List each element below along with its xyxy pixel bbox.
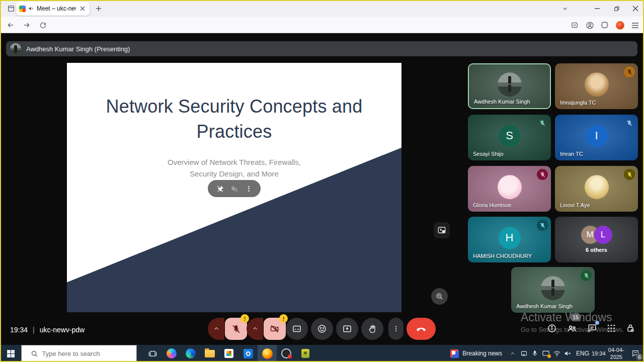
tab-list-dropdown-icon[interactable] xyxy=(557,3,573,15)
tray-clock[interactable]: 19:34 04-04-2025 xyxy=(592,345,627,362)
password-manager-icon[interactable] xyxy=(296,345,315,362)
reload-button[interactable] xyxy=(36,19,49,31)
task-view-button[interactable] xyxy=(143,345,162,362)
activities-button[interactable] xyxy=(605,322,618,335)
taskbar-search[interactable] xyxy=(21,345,137,362)
search-input[interactable] xyxy=(42,350,128,357)
shared-presentation: Network Security Concepts and Practices … xyxy=(67,63,401,312)
zoom-in-button[interactable] xyxy=(431,288,448,305)
window-close-button[interactable] xyxy=(628,3,643,15)
participant-avatar xyxy=(498,72,522,97)
participant-name: Linovi T Aye xyxy=(560,202,590,208)
edge-icon[interactable] xyxy=(181,345,200,362)
tab-audio-icon[interactable] xyxy=(28,6,34,12)
browser-tab[interactable]: Meet – ukc-newv-pdw xyxy=(16,2,90,16)
picture-in-picture-button[interactable] xyxy=(434,222,450,238)
participant-count-badge: 15 xyxy=(570,313,581,321)
tray-time: 19:34 xyxy=(592,350,606,357)
participant-avatar xyxy=(541,276,565,300)
action-center-button[interactable]: 6 xyxy=(627,345,644,362)
participant-name: Sesayi Shijo xyxy=(473,151,504,157)
tray-app-icon[interactable] xyxy=(518,345,529,362)
meeting-details-button[interactable] xyxy=(545,322,558,335)
chat-notification-dot xyxy=(595,321,599,325)
back-button[interactable] xyxy=(4,19,17,31)
others-tile[interactable]: M L 6 others xyxy=(555,217,638,262)
participant-tile-imran[interactable]: I Imran TC xyxy=(555,115,638,160)
mic-off-icon xyxy=(537,169,548,180)
others-count-label: 6 others xyxy=(586,247,607,253)
mic-off-icon xyxy=(537,220,548,231)
file-explorer-icon[interactable] xyxy=(200,345,219,362)
pocket-icon[interactable] xyxy=(568,19,582,31)
camera-options-chevron[interactable] xyxy=(247,318,263,340)
obs-icon[interactable] xyxy=(277,345,296,362)
raise-hand-button[interactable] xyxy=(361,318,383,340)
news-icon xyxy=(450,349,459,358)
outlook-icon[interactable] xyxy=(238,345,258,362)
windows-taskbar: Breaking news ENG 19:34 xyxy=(0,345,644,362)
presenting-banner-text: Awdhesh Kumar Singh (Presenting) xyxy=(26,45,130,53)
mic-off-icon xyxy=(624,169,635,180)
wifi-icon[interactable] xyxy=(551,345,562,362)
extensions-puzzle-icon[interactable] xyxy=(598,19,612,31)
presenting-banner: Awdhesh Kumar Singh (Presenting) xyxy=(6,41,637,56)
more-options-icon[interactable] xyxy=(245,185,253,193)
mic-off-icon xyxy=(624,118,635,129)
browser-toolbar: https://meet.google.com/ukc-newv-pdw xyxy=(0,17,644,33)
participant-tile-linovi[interactable]: Linovi T Aye xyxy=(555,166,638,212)
firefox-icon[interactable] xyxy=(258,345,277,362)
end-call-button[interactable] xyxy=(407,318,436,340)
slide-subtitle: Overview of Network Threats, Firewalls, … xyxy=(87,156,381,180)
clock-time: 19:34 xyxy=(10,326,28,334)
copilot-icon[interactable] xyxy=(162,345,181,362)
captions-button[interactable] xyxy=(286,318,308,340)
participant-tile-imnajungla[interactable]: Imnajungla TC xyxy=(555,63,638,109)
participant-tile-gloria[interactable]: Gloria Humtsoe xyxy=(468,166,551,212)
window-minimize-button[interactable] xyxy=(590,3,605,15)
window-restore-button[interactable] xyxy=(609,3,624,15)
people-button[interactable] xyxy=(566,322,579,335)
language-indicator[interactable]: ENG xyxy=(574,345,592,362)
windows-logo-icon xyxy=(7,350,15,357)
new-tab-button[interactable] xyxy=(94,4,104,14)
news-widget[interactable]: Breaking news xyxy=(445,345,507,362)
participant-name: Awdhesh Kumar Singh xyxy=(516,303,573,309)
audio-off-icon xyxy=(230,185,239,193)
browser-titlebar: Meet – ukc-newv-pdw xyxy=(0,0,644,17)
mic-warning-badge: ! xyxy=(240,314,249,323)
tray-screenshare-icon[interactable] xyxy=(540,345,551,362)
participant-avatar xyxy=(585,175,609,199)
meet-app: Awdhesh Kumar Singh (Presenting) Network… xyxy=(0,33,644,345)
meet-control-bar: 19:34 | ukc-newv-pdw ! ! xyxy=(0,317,644,345)
microsoft-store-icon[interactable] xyxy=(219,345,238,362)
host-controls-button[interactable] xyxy=(624,322,637,335)
participant-avatar xyxy=(498,175,522,199)
present-screen-button[interactable] xyxy=(336,318,358,340)
more-options-button[interactable] xyxy=(388,318,404,340)
participant-name: Gloria Humtsoe xyxy=(473,202,511,208)
start-button[interactable] xyxy=(0,345,21,362)
participant-tile-sesayi[interactable]: S Sesayi Shijo xyxy=(468,115,551,160)
volume-muted-icon[interactable] xyxy=(562,345,574,362)
self-view-tile[interactable]: Awdhesh Kumar Singh xyxy=(511,267,595,313)
firefox-view-button[interactable] xyxy=(5,3,17,14)
reactions-button[interactable] xyxy=(311,318,333,340)
recorder-extension-icon[interactable] xyxy=(613,19,627,31)
menu-hamburger-icon[interactable] xyxy=(628,19,642,31)
account-icon[interactable] xyxy=(583,19,597,31)
unpin-icon[interactable] xyxy=(216,185,224,193)
tray-microphone-icon[interactable] xyxy=(529,345,540,362)
screen: Meet – ukc-newv-pdw xyxy=(0,0,644,362)
participant-tile-awdhesh[interactable]: Awdhesh Kumar Singh xyxy=(468,63,551,109)
presenter-avatar xyxy=(10,43,21,54)
participant-tile-hamish[interactable]: H HAMISH CHOUDHURY xyxy=(468,217,551,262)
meet-favicon xyxy=(19,6,26,12)
meeting-info: 19:34 | ukc-newv-pdw xyxy=(10,326,85,334)
presentation-hover-controls xyxy=(208,180,261,197)
mic-options-chevron[interactable] xyxy=(208,318,224,340)
tray-expand-chevron[interactable] xyxy=(507,345,518,362)
forward-button[interactable] xyxy=(20,19,33,31)
tab-close-icon[interactable] xyxy=(78,5,87,13)
meeting-code: ukc-newv-pdw xyxy=(40,326,85,334)
